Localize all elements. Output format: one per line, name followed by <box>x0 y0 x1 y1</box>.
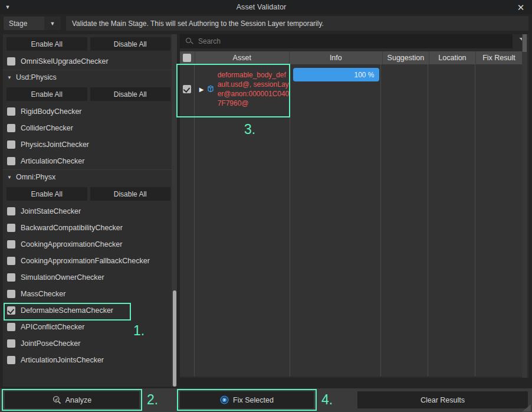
search-input[interactable]: Search <box>180 34 513 48</box>
select-all-cell[interactable] <box>180 54 195 62</box>
checkbox[interactable] <box>7 140 15 149</box>
annotation-3: 3. <box>244 122 255 138</box>
group-title: Omni:Physx <box>16 173 55 181</box>
checker-item-backwardcompatibilitychecker[interactable]: BackwardCompatibilityChecker <box>3 220 174 236</box>
fix-selected-label: Fix Selected <box>233 396 274 404</box>
checker-label: BackwardCompatibilityChecker <box>21 224 123 232</box>
checkbox[interactable] <box>7 240 15 248</box>
checkbox[interactable] <box>7 207 15 215</box>
location-cell <box>429 64 475 114</box>
results-scrollbar-track[interactable] <box>522 34 527 378</box>
triangle-right-icon[interactable]: ▶ <box>198 86 206 93</box>
clear-results-label: Clear Results <box>421 396 465 404</box>
checkbox[interactable] <box>7 356 15 364</box>
checker-item-articulationjointschecker[interactable]: ArticulationJointsChecker <box>3 352 174 368</box>
checker-label: CookingApproximationFallbackChecker <box>21 257 150 265</box>
asset-path-label: deformable_body_default.usd@, sessionLay… <box>218 70 290 108</box>
checkbox[interactable] <box>183 54 191 62</box>
checker-label: APIConflictChecker <box>21 323 84 331</box>
checker-label: ArticulationJointsChecker <box>21 356 104 364</box>
annotation-2: 2. <box>147 392 158 408</box>
results-scrollbar-thumb[interactable] <box>523 34 527 52</box>
checker-label: SimulationOwnerChecker <box>21 273 104 282</box>
checkers-panel: Enable All Disable All OmniSkelUpgradeCh… <box>3 34 174 387</box>
progress-bar: 100 % <box>293 68 380 81</box>
window-menu-caret-icon[interactable]: ▼ <box>0 0 15 14</box>
enable-all-button-omni-physx[interactable]: Enable All <box>6 187 87 201</box>
checkbox[interactable] <box>7 290 15 298</box>
checker-item-rigidbodychecker[interactable]: RigidBodyChecker <box>3 103 174 120</box>
checker-item-physicsjointchecker[interactable]: PhysicsJointChecker <box>3 136 174 153</box>
checker-label: ArticulationChecker <box>21 157 84 165</box>
analyze-label: Analyze <box>65 396 91 404</box>
fix-selected-button[interactable]: Fix Selected <box>180 391 314 408</box>
checker-item-deformableschemachecker[interactable]: DeformableSchemaChecker <box>3 302 174 319</box>
column-header-fix-result[interactable]: Fix Result <box>475 51 522 64</box>
annotation-1: 1. <box>133 323 145 339</box>
checker-label: ColliderChecker <box>21 124 73 132</box>
table-row[interactable]: ▶ deformable_body_default.usd@, sessionL… <box>180 64 522 114</box>
checker-item-cookingapproximationfallbackchecker[interactable]: CookingApproximationFallbackChecker <box>3 253 174 269</box>
checker-item-articulationchecker[interactable]: ArticulationChecker <box>3 153 174 169</box>
chevron-down-icon[interactable]: ▼ <box>44 17 61 30</box>
group-header-omni-physx[interactable]: ▼ Omni:Physx <box>3 169 174 184</box>
checkers-panel-scrollbar-thumb[interactable] <box>173 290 176 387</box>
checkbox[interactable] <box>7 124 15 132</box>
clear-results-button[interactable]: Clear Results <box>357 391 528 408</box>
info-cell: 100 % <box>290 64 383 114</box>
usd-layer-icon <box>206 85 215 93</box>
play-circle-icon <box>220 395 229 404</box>
checker-label: CookingApproximationChecker <box>21 240 122 248</box>
column-header-info[interactable]: Info <box>289 51 382 64</box>
checker-item-cookingapproximationchecker[interactable]: CookingApproximationChecker <box>3 236 174 253</box>
fix-result-cell <box>475 64 522 114</box>
disable-all-button-global[interactable]: Disable All <box>90 37 171 51</box>
close-icon[interactable]: ✕ <box>510 0 532 14</box>
page-title: Asset Validator <box>15 3 510 11</box>
results-table-body: ▶ deformable_body_default.usd@, sessionL… <box>180 64 522 377</box>
asset-validator-window: ▼ Asset Validator ✕ Stage ▼ Validate the… <box>0 0 532 412</box>
suggestion-cell <box>382 64 429 114</box>
checker-item-colliderchecker[interactable]: ColliderChecker <box>3 120 174 136</box>
checker-item-jointposechecker[interactable]: JointPoseChecker <box>3 335 174 352</box>
checker-item-jointstatechecker[interactable]: JointStateChecker <box>3 203 174 220</box>
enable-all-button-global[interactable]: Enable All <box>6 37 87 51</box>
asset-cell[interactable]: ▶ deformable_body_default.usd@, sessionL… <box>195 64 290 114</box>
stage-selector[interactable]: Stage ▼ <box>4 17 61 30</box>
disable-all-button-usd-physics[interactable]: Disable All <box>90 87 171 101</box>
checkbox[interactable] <box>7 323 15 331</box>
group-title: Usd:Physics <box>16 73 57 81</box>
column-header-location[interactable]: Location <box>429 51 475 64</box>
checkbox[interactable] <box>7 157 15 165</box>
checkbox[interactable] <box>7 107 15 116</box>
checkbox[interactable] <box>7 57 15 66</box>
resize-handle[interactable] <box>523 404 531 411</box>
checkbox[interactable] <box>7 306 15 315</box>
column-header-suggestion[interactable]: Suggestion <box>382 51 429 64</box>
checkbox[interactable] <box>7 339 15 348</box>
title-bar: ▼ Asset Validator ✕ <box>0 0 532 14</box>
checker-item-apiconflictchecker[interactable]: APIConflictChecker <box>3 319 174 335</box>
checker-item-omniskelupgradechecker[interactable]: OmniSkelUpgradeChecker <box>3 53 174 70</box>
checker-label: RigidBodyChecker <box>21 107 82 116</box>
triangle-down-icon[interactable]: ▼ <box>7 75 12 80</box>
checkbox[interactable] <box>183 85 191 93</box>
disable-all-button-omni-physx[interactable]: Disable All <box>90 187 171 201</box>
checker-item-simulationownerchecker[interactable]: SimulationOwnerChecker <box>3 269 174 286</box>
row-select-cell[interactable] <box>180 64 195 114</box>
column-header-asset[interactable]: Asset <box>195 51 289 64</box>
search-placeholder: Search <box>198 37 221 45</box>
group-header-usd-physics[interactable]: ▼ Usd:Physics <box>3 70 174 84</box>
global-enable-disable-row: Enable All Disable All <box>3 34 174 53</box>
magnifier-analyze-icon <box>52 395 61 404</box>
enable-all-button-usd-physics[interactable]: Enable All <box>6 87 87 101</box>
search-icon <box>186 38 193 45</box>
analyze-button[interactable]: Analyze <box>5 391 139 408</box>
checker-item-masschecker[interactable]: MassChecker <box>3 286 174 302</box>
checker-label: JointStateChecker <box>21 207 81 215</box>
checkbox[interactable] <box>7 257 15 265</box>
checkbox[interactable] <box>7 224 15 232</box>
checker-label: PhysicsJointChecker <box>21 140 89 149</box>
checkbox[interactable] <box>7 273 15 282</box>
triangle-down-icon[interactable]: ▼ <box>7 175 12 180</box>
